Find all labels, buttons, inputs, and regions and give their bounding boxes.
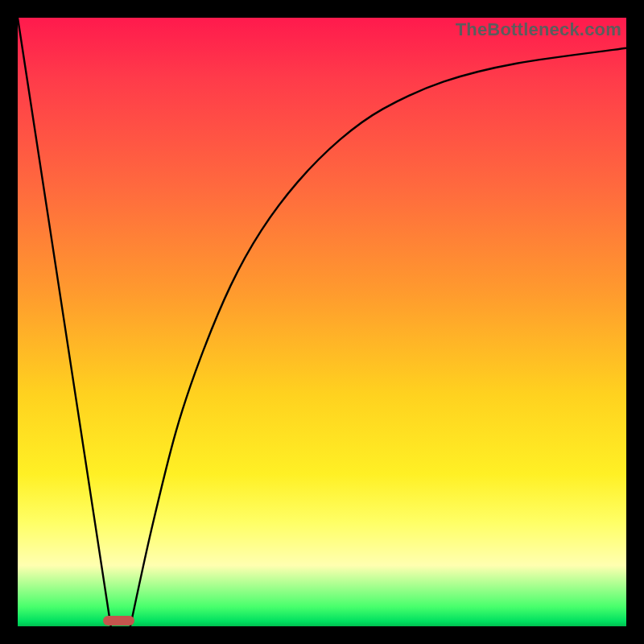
bottleneck-curve [18, 18, 626, 626]
optimal-range-marker [103, 616, 134, 625]
watermark-text: TheBottleneck.com [456, 19, 621, 40]
chart-frame: TheBottleneck.com [0, 0, 644, 644]
plot-area: TheBottleneck.com [18, 18, 626, 626]
